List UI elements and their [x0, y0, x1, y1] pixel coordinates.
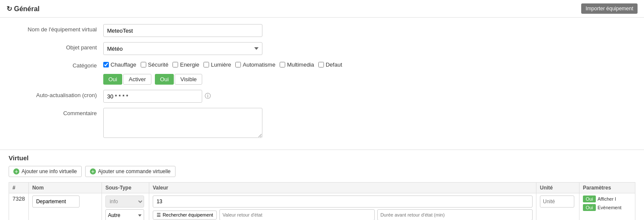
table-header: # Nom Sous-Type Valeur Unité Paramètres [9, 183, 635, 193]
virtuel-section: Virtuel + Ajouter une info virtuelle + A… [0, 150, 644, 220]
category-multimedia-checkbox[interactable] [280, 62, 285, 67]
category-multimedia-label: Multimedia [287, 61, 314, 68]
general-section: Nom de l'équipement virtual Objet parent… [0, 18, 644, 150]
import-button[interactable]: Importer équipement [581, 3, 638, 14]
category-defaut-label: Defaut [326, 61, 342, 68]
auto-input[interactable] [103, 90, 202, 103]
param-evenement-label: Evènement [598, 205, 622, 210]
commentaire-group: Commentaire [9, 108, 635, 138]
row-id: 7328 [9, 193, 29, 220]
valeur-input[interactable] [153, 196, 533, 208]
commentaire-label: Commentaire [9, 108, 103, 116]
virtuel-buttons: + Ajouter une info virtuelle + Ajouter u… [9, 166, 635, 177]
category-chauffage: Chauffage [103, 61, 136, 68]
objet-parent-label: Objet parent [9, 42, 103, 51]
unite-input[interactable] [540, 196, 574, 208]
valeur-bottom: ☰ Rechercher équipement [153, 209, 533, 220]
categorie-group: Catégorie Chauffage Sécurité Energie Lum… [9, 60, 635, 69]
category-lumiere: Lumière [203, 61, 231, 68]
category-lumiere-label: Lumière [211, 61, 231, 68]
autre-select[interactable]: Autre [105, 209, 144, 220]
category-chauffage-label: Chauffage [111, 61, 136, 68]
add-cmd-label: Ajouter une commande virtuelle [98, 168, 171, 174]
sous-type-select[interactable]: info [105, 196, 144, 208]
category-automatisme-label: Automatisme [243, 61, 275, 68]
add-info-button[interactable]: + Ajouter une info virtuelle [9, 166, 82, 177]
category-defaut: Defaut [318, 61, 342, 68]
auto-inline-group: ⓘ [103, 90, 211, 103]
category-chauffage-checkbox[interactable] [103, 62, 109, 67]
row-soustype-cell: info Autre [102, 193, 149, 220]
arrow-icon: ↻ [6, 5, 12, 12]
col-unite-header: Unité [536, 183, 579, 193]
category-multimedia: Multimedia [280, 61, 314, 68]
category-energie-checkbox[interactable] [173, 62, 178, 67]
enable-button[interactable]: Oui [103, 74, 122, 85]
table-icon: ☰ [157, 212, 161, 218]
row-params-cell: Oui Afficher l Oui Evènement [579, 193, 635, 220]
enable-label-spacer [9, 74, 103, 76]
valeur-group: ☰ Rechercher équipement [153, 196, 533, 220]
row-unite-cell [536, 193, 579, 220]
category-lumiere-checkbox[interactable] [203, 62, 209, 67]
row-nom-cell [28, 193, 102, 220]
page-header: ↻ Général Importer équipement [0, 0, 644, 18]
sous-type-group: info Autre [105, 196, 145, 220]
rechercher-label: Rechercher équipement [163, 212, 213, 217]
col-params-header: Paramètres [579, 183, 635, 193]
activer-button[interactable]: Activer [123, 74, 151, 85]
valeur-retour-input[interactable] [219, 209, 375, 220]
col-hash-header: # [9, 183, 29, 193]
categorie-label: Catégorie [9, 60, 103, 69]
nom-input[interactable] [103, 24, 262, 37]
duree-retour-input[interactable] [377, 209, 533, 220]
table-body: 7328 info Autre [9, 193, 635, 220]
row-nom-input[interactable] [32, 196, 80, 208]
param-evenement-btn[interactable]: Oui [583, 204, 596, 211]
category-defaut-checkbox[interactable] [318, 62, 324, 67]
plus-circle-icon: + [13, 168, 19, 174]
category-securite-label: Sécurité [148, 61, 169, 68]
auto-group: Auto-actualisation (cron) ⓘ [9, 90, 635, 103]
visible-oui-button[interactable]: Oui [155, 74, 174, 85]
category-securite: Sécurité [141, 61, 169, 68]
objet-parent-select[interactable]: Météo [103, 42, 262, 55]
auto-label: Auto-actualisation (cron) [9, 90, 103, 98]
plus-circle-cmd-icon: + [90, 168, 96, 174]
table-row: 7328 info Autre [9, 193, 635, 220]
virtuel-title: Virtuel [9, 154, 635, 162]
row-valeur-cell: ☰ Rechercher équipement [149, 193, 536, 220]
category-automatisme: Automatisme [235, 61, 275, 68]
params-group: Oui Afficher l Oui Evènement [583, 196, 632, 211]
enable-group: Oui Activer Oui Visible [9, 74, 635, 85]
col-soustype-header: Sous-Type [102, 183, 149, 193]
add-info-label: Ajouter une info virtuelle [22, 168, 77, 174]
nom-label: Nom de l'équipement virtual [9, 24, 103, 33]
param-afficher-btn[interactable]: Oui [583, 196, 596, 202]
col-nom-header: Nom [28, 183, 102, 193]
commentaire-textarea[interactable] [103, 108, 262, 138]
add-cmd-button[interactable]: + Ajouter une commande virtuelle [85, 166, 176, 177]
param-row-afficher: Oui Afficher l [583, 196, 632, 202]
objet-parent-group: Objet parent Météo [9, 42, 635, 55]
category-securite-checkbox[interactable] [141, 62, 146, 67]
categories-list: Chauffage Sécurité Energie Lumière Autom… [103, 60, 342, 68]
param-row-evenement: Oui Evènement [583, 204, 632, 211]
help-icon[interactable]: ⓘ [205, 92, 211, 100]
category-energie: Energie [173, 61, 199, 68]
category-energie-label: Energie [180, 61, 199, 68]
param-afficher-label: Afficher l [598, 196, 616, 202]
category-automatisme-checkbox[interactable] [235, 62, 241, 67]
rechercher-button[interactable]: ☰ Rechercher équipement [153, 211, 217, 220]
visible-button[interactable]: Visible [175, 74, 202, 85]
col-valeur-header: Valeur [149, 183, 536, 193]
enable-button-group: Oui Activer Oui Visible [103, 74, 202, 85]
nom-group: Nom de l'équipement virtual [9, 24, 635, 37]
page-title: ↻ Général [6, 5, 40, 13]
virtual-table: # Nom Sous-Type Valeur Unité Paramètres … [9, 182, 635, 220]
